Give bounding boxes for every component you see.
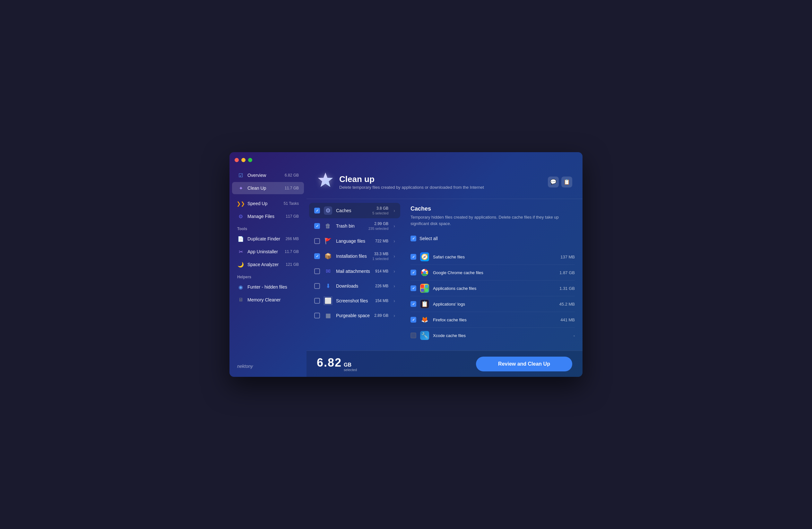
sidebar-item-cleanup[interactable]: ✦ Clean Up 11.7 GB <box>232 182 304 194</box>
caches-arrow: › <box>393 208 395 213</box>
purgeable-icon: ▦ <box>324 311 332 320</box>
sidebar-cleanup-label: Clean Up <box>247 186 281 191</box>
chat-button[interactable]: 💬 <box>548 176 559 187</box>
cache-item-safari: 🧭 Safari cache files 137 MB <box>410 249 575 265</box>
sidebar-spaceanalyzer-label: Space Analyzer <box>247 262 282 267</box>
applogs-size: 45.2 MB <box>560 302 575 306</box>
cache-item-apps: Applications cache files 1.31 GB <box>410 281 575 296</box>
xcode-size: - <box>574 333 575 338</box>
category-item-mail[interactable]: ✉ Mail attachments 914 MB › <box>309 264 400 278</box>
mail-checkbox[interactable] <box>314 268 320 274</box>
screenshots-label: Screenshot files <box>336 298 371 303</box>
app-window: ☑ Overview 6.82 GB ✦ Clean Up 11.7 GB ❯❯… <box>230 152 582 377</box>
caches-size: 3.8 GB <box>376 206 388 211</box>
applogs-app-icon: 📋 <box>420 300 429 309</box>
trash-checkbox[interactable] <box>314 223 320 229</box>
category-item-screenshots[interactable]: ⬜ Screenshot files 154 MB › <box>309 294 400 308</box>
notes-button[interactable]: 📋 <box>561 176 572 187</box>
applogs-name: Applications' logs <box>433 302 555 306</box>
sidebar-item-speedup[interactable]: ❯❯ Speed Up 51 Tasks <box>232 197 304 210</box>
caches-count: 5 selected <box>372 211 388 215</box>
sidebar-item-duplicate[interactable]: 📄 Duplicate Finder 266 MB <box>232 233 304 245</box>
sidebar: ☑ Overview 6.82 GB ✦ Clean Up 11.7 GB ❯❯… <box>230 166 306 377</box>
sidebar-item-funter[interactable]: ◉ Funter - hidden files <box>232 281 304 293</box>
sidebar-funter-label: Funter - hidden files <box>247 284 299 289</box>
maximize-button[interactable] <box>248 158 252 162</box>
sidebar-item-appuninstaller[interactable]: ✂ App Uninstaller 11.7 GB <box>232 246 304 258</box>
downloads-label: Downloads <box>336 283 371 289</box>
content-body: ⚙ Caches 3.8 GB 5 selected › 🗑 Trash bin <box>306 199 582 351</box>
sidebar-appuninstaller-label: App Uninstaller <box>247 249 281 254</box>
language-checkbox[interactable] <box>314 238 320 244</box>
category-item-downloads[interactable]: ⬇ Downloads 226 MB › <box>309 278 400 294</box>
installation-right: 33.3 MB 1 selected <box>372 252 388 261</box>
caches-icon: ⚙ <box>324 206 332 215</box>
overview-icon: ☑ <box>237 172 244 179</box>
mail-label: Mail attachments <box>336 269 371 274</box>
applogs-checkbox[interactable] <box>410 301 416 307</box>
category-item-caches[interactable]: ⚙ Caches 3.8 GB 5 selected › <box>309 203 400 218</box>
tools-section-title: Tools <box>230 223 306 232</box>
traffic-lights <box>235 158 252 162</box>
spaceanalyzer-icon: 🌙 <box>237 261 244 268</box>
sidebar-managefiles-label: Manage Files <box>247 214 282 219</box>
sidebar-overview-value: 6.82 GB <box>285 173 299 177</box>
select-all-checkbox[interactable] <box>410 235 416 241</box>
bottom-bar: 6.82 GB selected Review and Clean Up <box>306 351 582 377</box>
caches-checkbox[interactable] <box>314 208 320 213</box>
trash-right: 2.99 GB 235 selected <box>368 221 388 230</box>
apps-app-icon <box>420 284 429 293</box>
sidebar-item-memorycleaner[interactable]: 🖥 Memory Cleaner <box>232 294 304 306</box>
page-header-star-icon <box>317 171 334 192</box>
category-item-trash[interactable]: 🗑 Trash bin 2.99 GB 235 selected › <box>309 218 400 234</box>
screenshots-checkbox[interactable] <box>314 298 320 304</box>
cache-item-applogs: 📋 Applications' logs 45.2 MB <box>410 296 575 312</box>
cleanup-icon: ✦ <box>237 185 244 191</box>
safari-checkbox[interactable] <box>410 254 416 260</box>
chrome-checkbox[interactable] <box>410 270 416 275</box>
firefox-checkbox[interactable] <box>410 317 416 323</box>
page-header-text: Clean up Delete temporary files created … <box>339 174 484 190</box>
cache-item-chrome: Google Chrome cache files 1.87 GB <box>410 265 575 281</box>
review-cleanup-button[interactable]: Review and Clean Up <box>476 357 572 371</box>
helpers-section-title: Helpers <box>230 271 306 281</box>
sidebar-item-overview[interactable]: ☑ Overview 6.82 GB <box>232 169 304 181</box>
installation-size: 33.3 MB <box>374 252 389 256</box>
size-unit: GB <box>344 362 357 368</box>
funter-icon: ◉ <box>237 283 244 290</box>
apps-checkbox[interactable] <box>410 285 416 291</box>
language-arrow: › <box>393 239 395 244</box>
sidebar-duplicate-label: Duplicate Finder <box>247 236 282 241</box>
caches-label: Caches <box>336 208 368 213</box>
sidebar-spaceanalyzer-value: 121 GB <box>286 262 299 267</box>
category-item-installation[interactable]: 📦 Installation files 33.3 MB 1 selected … <box>309 248 400 264</box>
purgeable-checkbox[interactable] <box>314 313 320 318</box>
sidebar-item-spaceanalyzer[interactable]: 🌙 Space Analyzer 121 GB <box>232 258 304 271</box>
screenshots-icon: ⬜ <box>324 297 332 305</box>
category-item-language[interactable]: 🚩 Language files 722 MB › <box>309 234 400 248</box>
title-bar <box>230 152 582 164</box>
installation-label: Installation files <box>336 254 368 259</box>
close-button[interactable] <box>235 158 239 162</box>
category-item-purgeable[interactable]: ▦ Purgeable space 2.89 GB › <box>309 308 400 323</box>
purgeable-arrow: › <box>393 313 395 318</box>
xcode-app-icon: 🔧 <box>420 331 429 340</box>
size-label: selected <box>344 368 357 372</box>
content-area: Clean up Delete temporary files created … <box>306 166 582 377</box>
minimize-button[interactable] <box>241 158 246 162</box>
firefox-size: 441 MB <box>560 317 575 322</box>
installation-checkbox[interactable] <box>314 253 320 259</box>
language-right: 722 MB <box>375 239 388 243</box>
firefox-app-icon: 🦊 <box>420 315 429 324</box>
select-all-row: Select all <box>410 233 575 244</box>
svg-marker-1 <box>318 173 333 187</box>
sidebar-item-managefiles[interactable]: ⚙ Manage Files 117 GB <box>232 210 304 223</box>
detail-panel: Caches Temporary hidden files created by… <box>403 199 582 351</box>
downloads-checkbox[interactable] <box>314 283 320 289</box>
language-icon: 🚩 <box>324 237 332 245</box>
downloads-size: 226 MB <box>375 284 388 288</box>
xcode-checkbox[interactable] <box>410 332 416 338</box>
chrome-size: 1.87 GB <box>560 270 575 275</box>
sidebar-memorycleaner-label: Memory Cleaner <box>247 297 299 302</box>
mail-right: 914 MB <box>375 269 388 273</box>
